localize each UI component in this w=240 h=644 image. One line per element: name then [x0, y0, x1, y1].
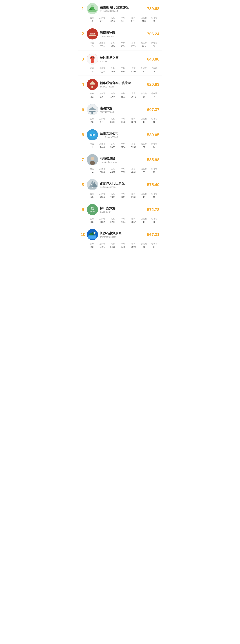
- avatar: [87, 79, 98, 90]
- stat-value: 3万+: [118, 20, 128, 22]
- stat-item: 总在看 17: [149, 242, 159, 248]
- stat-label: 平均: [118, 92, 128, 95]
- avatar: [87, 3, 98, 14]
- stat-value: 5万+: [97, 45, 108, 48]
- stat-value: 6万+: [128, 20, 139, 22]
- stat-item: 总在看 7: [149, 92, 159, 98]
- item-header: 8 张家界天门山景区 weitianmenshan 575.40: [81, 179, 159, 190]
- stat-item: 平均 3643: [118, 117, 128, 124]
- stat-label: 总阅读: [97, 42, 108, 44]
- stat-label: 头条: [108, 142, 118, 145]
- stat-label: 头条: [108, 117, 118, 120]
- stat-item: 平均 6571: [118, 92, 128, 98]
- avatar: [87, 129, 98, 140]
- stats-row: 发布 2/5 总阅读 5万+ 头条 3万+ 平均 1万+ 最高 2万+ 总点赞 …: [81, 42, 159, 48]
- account-name: 岳阳文旅公司: [100, 132, 145, 136]
- stat-item: 总点赞 42: [139, 217, 149, 223]
- score: 589.05: [147, 132, 159, 137]
- stat-value: 1/2: [87, 20, 97, 22]
- account-id: TGYGZ_travel: [100, 86, 145, 88]
- svg-point-11: [90, 56, 95, 60]
- score: 572.78: [147, 207, 159, 212]
- stat-label: 最高: [128, 16, 139, 19]
- svg-rect-21: [92, 86, 93, 88]
- stat-label: 总点赞: [139, 217, 149, 220]
- score: 607.37: [147, 107, 159, 112]
- stat-value: 6374: [128, 121, 139, 123]
- stat-label: 总阅读: [97, 67, 108, 70]
- svg-point-32: [90, 161, 95, 165]
- account-id: liuyehutour: [100, 211, 145, 213]
- score: 567.31: [147, 232, 159, 237]
- item-header: 10 长沙石燕湖景区 shiyanhutuozhan 567.31: [81, 229, 159, 240]
- stat-label: 平均: [118, 192, 128, 195]
- stat-value: 138: [139, 20, 149, 22]
- item-header: 9 柳叶十湖LIUYEHU 柳叶湖旅游 liuyehutour 572.78: [81, 204, 159, 215]
- stat-label: 最高: [128, 117, 139, 120]
- account-info: 岳麓山 橘子洲旅游区 gh_5d4ed30a2a14: [100, 5, 145, 12]
- stat-label: 总点赞: [139, 92, 149, 95]
- stat-value: 43: [139, 196, 149, 198]
- stat-value: 209: [139, 45, 149, 48]
- stat-value: 50: [149, 45, 159, 48]
- stat-item: 最高 4057: [128, 217, 139, 223]
- stat-item: 总阅读 7468: [97, 142, 108, 148]
- stat-value: 13: [149, 196, 159, 198]
- svg-rect-42: [88, 236, 96, 238]
- stat-value: 7: [149, 96, 159, 98]
- stat-value: 2/2: [87, 246, 97, 248]
- item-header: 2 HUNANMUSEUM 湖南博物院 hunanmuseum 706.24: [81, 28, 159, 40]
- list-item-8: 8 张家界天门山景区 weitianmenshan 575.40 发布 5/5 …: [78, 176, 162, 201]
- stat-value: 3/3: [87, 221, 97, 223]
- stat-value: 8433: [108, 121, 118, 123]
- stat-item: 发布 1/2: [87, 142, 97, 148]
- account-name: 张家界天门山景区: [100, 181, 145, 185]
- stat-label: 平均: [118, 242, 128, 245]
- stat-label: 总在看: [149, 117, 159, 120]
- stat-label: 总阅读: [97, 168, 108, 170]
- stats-row: 发布 7/8 总阅读 2万+ 头条 2万+ 平均 2944 最高 4192 总点…: [81, 67, 159, 73]
- stat-label: 总阅读: [97, 217, 108, 220]
- stat-item: 发布 1/2: [87, 16, 97, 22]
- stat-value: 6571: [118, 96, 128, 98]
- list-item-6: 6 岳阳文旅公司 gh_19beceb839a8 589.05 发布 1/2 总…: [78, 126, 162, 151]
- stat-label: 发布: [87, 217, 97, 220]
- stat-value: 7万+: [97, 20, 108, 22]
- stat-item: 总点赞 46: [139, 117, 149, 124]
- account-info: 花明楼景区 huamingloujingqu: [100, 156, 145, 163]
- stat-label: 头条: [108, 67, 118, 70]
- stat-value: 2万+: [97, 70, 108, 73]
- stat-item: 平均 2009: [118, 168, 128, 174]
- account-name: 柳叶湖旅游: [100, 206, 145, 210]
- stat-item: 最高 7071: [128, 92, 139, 98]
- stat-value: 8039: [97, 171, 108, 174]
- stat-label: 总点赞: [139, 142, 149, 145]
- stat-label: 头条: [108, 242, 118, 245]
- stat-item: 头条 1万+: [108, 92, 118, 98]
- stat-value: 2/2: [87, 96, 97, 98]
- svg-text:MUSEUM: MUSEUM: [90, 33, 95, 34]
- stat-item: 平均 2944: [118, 67, 128, 73]
- stat-item: 头条 2万+: [108, 67, 118, 73]
- stat-label: 总阅读: [97, 117, 108, 120]
- stat-item: 总在看 14: [149, 142, 159, 148]
- stat-label: 总阅读: [97, 142, 108, 145]
- stat-label: 总在看: [149, 42, 159, 44]
- stat-value: 3734: [118, 146, 128, 148]
- stat-item: 头条 6万+: [108, 16, 118, 22]
- rank-number: 5: [81, 107, 85, 112]
- account-name: 长沙石燕湖景区: [100, 231, 145, 235]
- stat-item: 总点赞 21: [139, 242, 149, 248]
- svg-point-45: [94, 232, 96, 234]
- stats-row: 发布 5/5 总阅读 7305 头条 7305 平均 1461 最高 2731 …: [81, 192, 159, 198]
- list-item-1: 1 岳麓山 橘子洲旅游区 gh_5d4ed30a2a14 739.68 发布 1…: [78, 0, 162, 25]
- stat-value: 5956: [128, 146, 139, 148]
- stat-value: 2/5: [87, 45, 97, 48]
- stat-item: 总点赞 138: [139, 16, 149, 22]
- list-item-7: 7 花明楼景区 huamingloujingqu 585.98 发布 1/4 总…: [78, 151, 162, 176]
- stat-value: 5/5: [87, 196, 97, 198]
- avatar: 柳叶十湖LIUYEHU: [87, 204, 98, 215]
- stat-label: 头条: [108, 16, 118, 19]
- stat-value: 75: [139, 171, 149, 174]
- stat-value: 77: [139, 146, 149, 148]
